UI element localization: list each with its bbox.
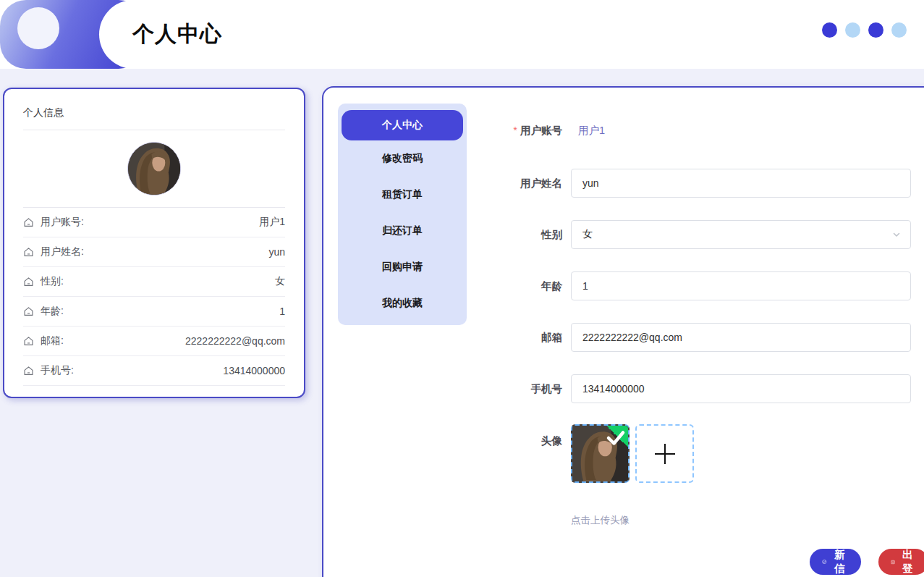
profile-row-value: 1 xyxy=(279,306,285,317)
check-icon xyxy=(605,427,627,449)
add-avatar-button[interactable] xyxy=(635,424,694,483)
profile-card-title: 个人信息 xyxy=(23,89,285,130)
profile-row-phone: 手机号: 13414000000 xyxy=(23,356,285,386)
form-row-name: 用户姓名 xyxy=(323,169,924,198)
circle-check-icon xyxy=(822,556,827,568)
gender-label: 性别 xyxy=(323,228,562,242)
plus-icon xyxy=(653,442,677,466)
house-icon xyxy=(23,366,34,376)
account-value: 用户1 xyxy=(578,124,605,138)
profile-row-label-text: 性别: xyxy=(41,275,64,288)
avatar-uploader xyxy=(571,424,694,483)
dot-decoration xyxy=(868,22,883,38)
phone-input[interactable] xyxy=(571,374,911,403)
email-label: 邮箱 xyxy=(323,331,562,345)
profile-row-gender: 性别: 女 xyxy=(23,267,285,297)
dot-decoration xyxy=(891,22,907,38)
profile-row-label-text: 用户姓名: xyxy=(41,245,84,258)
header-dots-decoration xyxy=(822,22,907,38)
form-row-email: 邮箱 xyxy=(323,323,924,352)
avatar-label: 头像 xyxy=(323,424,562,448)
name-label: 用户姓名 xyxy=(323,177,562,190)
age-input[interactable] xyxy=(571,271,911,300)
form-row-hint: 点击上传头像 xyxy=(323,514,924,527)
house-icon xyxy=(23,217,34,228)
profile-row-label: 性别: xyxy=(23,275,64,288)
phone-label: 手机号 xyxy=(323,382,562,396)
profile-row-label: 用户姓名: xyxy=(23,245,84,258)
chevron-down-icon xyxy=(891,229,902,240)
gender-selected-value: 女 xyxy=(582,228,593,241)
update-info-label: 更新信息 xyxy=(831,534,849,577)
logout-button[interactable]: 退出登录 xyxy=(878,549,924,575)
form-row-avatar: 头像 xyxy=(323,424,924,483)
profile-row-value: 用户1 xyxy=(259,216,285,229)
profile-row-email: 邮箱: 2222222222@qq.com xyxy=(23,327,285,356)
profile-row-value: 13414000000 xyxy=(223,365,285,376)
account-label: *用户账号 xyxy=(323,124,562,138)
required-mark: * xyxy=(513,125,517,136)
dot-decoration xyxy=(845,22,860,38)
name-input[interactable] xyxy=(571,169,911,198)
gender-select[interactable]: 女 xyxy=(571,220,911,249)
profile-summary-card: 个人信息 用户账号: 用户1 用户姓名: yun 性别 xyxy=(3,88,305,398)
profile-row-label: 年龄: xyxy=(23,305,64,318)
form-row-phone: 手机号 xyxy=(323,374,924,403)
profile-row-account: 用户账号: 用户1 xyxy=(23,208,285,237)
header-title-band: 个人中心 xyxy=(99,0,924,69)
profile-row-age: 年龄: 1 xyxy=(23,297,285,327)
profile-row-value: yun xyxy=(268,246,285,258)
profile-row-label: 手机号: xyxy=(23,364,74,377)
house-icon xyxy=(23,277,34,287)
personal-center-panel: 个人中心 修改密码 租赁订单 归还订单 回购申请 我的收藏 *用户账号 用户1 … xyxy=(322,86,924,577)
header-circle-decoration xyxy=(17,7,59,49)
update-info-button[interactable]: 更新信息 xyxy=(810,549,861,575)
profile-row-label-text: 邮箱: xyxy=(41,334,64,348)
form-row-gender: 性别 女 xyxy=(323,220,924,249)
form-row-age: 年龄 xyxy=(323,271,924,300)
house-icon xyxy=(23,336,34,347)
form-row-account: *用户账号 用户1 xyxy=(323,124,924,138)
age-label: 年龄 xyxy=(323,279,562,293)
upload-success-badge xyxy=(606,426,628,447)
profile-row-label-text: 用户账号: xyxy=(41,216,84,229)
house-icon xyxy=(23,306,34,317)
form-row-actions: 更新信息 退出登录 xyxy=(323,549,924,575)
dot-decoration xyxy=(822,22,837,38)
logout-label: 退出登录 xyxy=(899,534,916,577)
profile-row-label: 邮箱: xyxy=(23,334,64,348)
header: 个人中心 xyxy=(0,0,924,69)
profile-avatar-section xyxy=(23,130,285,208)
page-title: 个人中心 xyxy=(132,20,222,49)
profile-row-label-text: 手机号: xyxy=(41,364,74,377)
actions-group: 更新信息 退出登录 xyxy=(562,549,924,575)
profile-row-value: 女 xyxy=(275,275,285,288)
profile-row-label-text: 年龄: xyxy=(41,305,64,318)
logout-icon xyxy=(891,557,895,568)
house-icon xyxy=(23,247,34,258)
email-input[interactable] xyxy=(571,323,911,352)
avatar-image xyxy=(127,142,181,195)
upload-hint: 点击上传头像 xyxy=(571,514,630,527)
profile-row-value: 2222222222@qq.com xyxy=(185,335,285,347)
profile-row-name: 用户姓名: yun xyxy=(23,237,285,267)
profile-row-label: 用户账号: xyxy=(23,216,84,229)
account-label-text: 用户账号 xyxy=(520,125,562,136)
uploaded-avatar-thumbnail[interactable] xyxy=(571,424,630,483)
